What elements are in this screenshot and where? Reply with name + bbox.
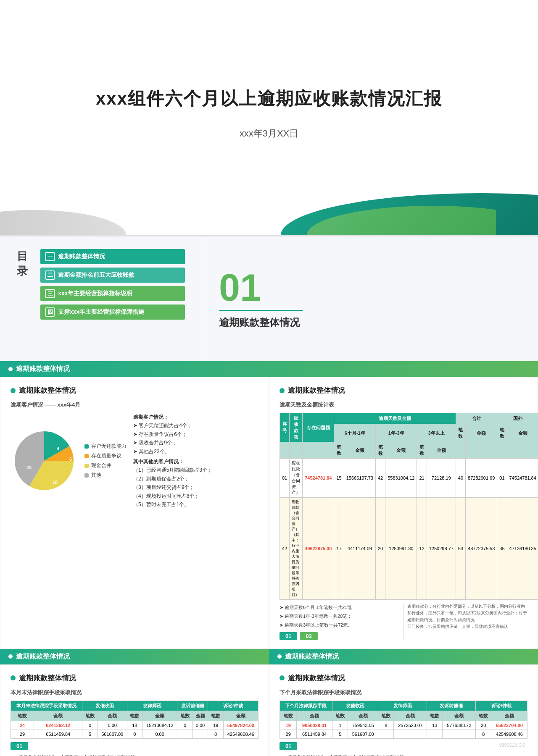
legend-dot-3 — [84, 464, 89, 468]
legend-item-2: 存在质量争议 — [84, 452, 127, 459]
toc-badge-1: 一 — [45, 252, 55, 261]
panel-dot-1 — [11, 388, 16, 393]
next-legal-row-2: 29 6511459.84 5 561607.00 8 42549608.46 — [280, 730, 527, 738]
legend-item-1: 客户无还款能力 — [84, 443, 127, 450]
section-label-left: 逾期账款整体情况 — [0, 649, 269, 664]
badge-row: 01 02 — [280, 632, 400, 640]
wave-decoration — [0, 185, 538, 235]
td-item-1: 应收账款（含合同资产） — [290, 459, 303, 498]
toc-items-list: 一 逾期账款整体情况 二 逾期金额排名前五大应收账款 三 xxx年主要经营预算指… — [40, 249, 185, 320]
table-of-contents: 目 录 一 逾期账款整体情况 二 逾期金额排名前五大应收账款 三 xxx年主要经… — [0, 236, 202, 361]
svg-text:18: 18 — [53, 480, 58, 485]
section-label-text: 逾期账款整体情况 — [16, 365, 70, 373]
panel-header-1: 逾期账款整体情况 — [11, 386, 258, 395]
main-title: xxx组件六个月以上逾期应收账款情况汇报 — [96, 87, 442, 110]
table-row-2: 42 应收账款（含合同资产）（其中：行业内重大项目质量问题等特殊原因项目) 49… — [280, 498, 538, 600]
toc-item-4[interactable]: 四 支撑xxx年主要经营指标保障措施 — [40, 304, 185, 320]
next-legal-row-1: 19 9850028.01 1 759543.05 8 2572523.07 1… — [280, 721, 527, 730]
legal-row-2: 29 6511459.84 5 561607.00 0 0.00 8 42549… — [11, 730, 258, 738]
th-overdue-periods: 逾期天数及金额 — [334, 413, 456, 424]
toc-left-block: 目 录 一 逾期账款整体情况 二 逾期金额排名前五大应收账款 三 xxx年主要经… — [17, 249, 185, 320]
section-number: 01 — [219, 269, 261, 307]
legend-dot-4 — [84, 473, 89, 478]
panel-title-4: 逾期账款整体情况 — [288, 673, 345, 683]
svg-text:4: 4 — [57, 446, 60, 451]
panel-stats-table: 逾期账款整体情况 逾期天数及金额统计表 序号 应收款项 存在问题额 逾期天数及金… — [269, 377, 538, 649]
badge-legal-01: 01 — [11, 742, 28, 750]
th-period1: 6个月-1年 — [334, 424, 375, 442]
panel-dot-4 — [280, 675, 285, 680]
panel-header-2: 逾期账款整体情况 — [280, 386, 527, 395]
badge-row-legal: 01 — [11, 742, 258, 750]
th-overseas-amount: 金额 — [507, 424, 538, 442]
th-item: 应收款项 — [290, 413, 303, 442]
legal-current-table: 本月末法律跟踪手段采取情况 发催收函 发律师函 发诉前催催 诉讼/仲裁 笔数 金… — [11, 701, 258, 739]
toc-label-3: xxx年主要经营预算指标说明 — [58, 290, 132, 297]
th-legal-header: 本月末法律跟踪手段采取情况 — [11, 701, 82, 711]
overdue-description: 逾期客户情况： ➤ 客户无偿还能力占4个； ➤ 存在质量争议占6个； ➤ 吸收合… — [133, 413, 212, 509]
content-row2: 逾期账款整体情况 本月末法律跟踪手段采取情况 本月末法律跟踪手段采取情况 发催收… — [0, 664, 538, 756]
badge-02: 02 — [300, 632, 317, 640]
panel-header-4: 逾期账款整体情况 — [280, 673, 527, 683]
summary-text: ➤ 逾期天数6个月-1年笔数一共21笔； ➤ 逾期天数1年-3年笔数一共20笔；… — [280, 603, 400, 630]
svg-text:6: 6 — [69, 457, 72, 462]
toc-item-3[interactable]: 三 xxx年主要经营预算指标说明 — [40, 286, 185, 301]
legal-next-notes: 普径业务部门催收，未采取四步走措施笔数有19笔和29笔。 下个月将来发催收函有1… — [280, 753, 527, 756]
badge-next-01: 01 — [280, 742, 297, 750]
toc-heading: 目 录 — [17, 249, 28, 278]
chart-area: 4 6 18 23 客户无还款能力 存在质量争议 现金合并 — [11, 413, 258, 509]
legal-current-notes: 普径业务部门催收，未采取四步走措施笔数有24笔和29笔。 截止本月末统计发催收函… — [11, 753, 258, 756]
svg-text:23: 23 — [26, 465, 32, 470]
panel-title-3: 逾期账款整体情况 — [19, 673, 76, 683]
panel-subtitle-3: 本月末法律跟踪手段采取情况 — [11, 689, 258, 696]
panel-subtitle-2: 逾期天数及金额统计表 — [280, 401, 527, 409]
toc-badge-3: 三 — [45, 289, 55, 298]
toc-label-1: 逾期账款整体情况 — [58, 253, 105, 260]
th-total-amount: 金额 — [466, 424, 497, 442]
th-overseas: 国外 — [497, 413, 538, 424]
legal-row-1: 24 8241362.12 0 0.00 18 15210684.12 0 0.… — [11, 721, 258, 730]
pie-chart: 4 6 18 23 — [11, 427, 78, 494]
badge-01: 01 — [280, 632, 297, 640]
table-row-1: 01 应收账款（含合同资产） 74524781.84 15 15666197.7… — [280, 459, 538, 498]
legend-dot-1 — [84, 444, 89, 449]
content-row1: 逾期账款整体情况 逾期客户情况 —— xxx年4月 4 6 18 — [0, 377, 538, 649]
section-title: 逾期账款整体情况 — [219, 316, 300, 329]
section-header-01: 01 逾期账款整体情况 — [202, 236, 538, 361]
th-total: 合计 — [456, 413, 497, 424]
panel-legal-next: 逾期账款整体情况 下个月采取法律跟踪手段采取情况 下个月法律跟踪手段 发催收函 … — [269, 664, 538, 756]
toc-item-2[interactable]: 二 逾期金额排名前五大应收账款 — [40, 268, 185, 283]
badge-row-next-legal: 01 — [280, 742, 527, 750]
panel-overdue-customers: 逾期账款整体情况 逾期客户情况 —— xxx年4月 4 6 18 — [0, 377, 269, 649]
summary-stats-area: ➤ 逾期天数6个月-1年笔数一共21笔； ➤ 逾期天数1年-3年笔数一共20笔；… — [280, 603, 527, 640]
legend-dot-2 — [84, 454, 89, 458]
toc-label-2: 逾期金额排名前五大应收账款 — [58, 271, 134, 279]
section-label-row1: 逾期账款整体情况 — [0, 361, 538, 377]
legend-item-4: 其他 — [84, 472, 127, 479]
section-label-dot — [8, 367, 13, 371]
toc-badge-2: 二 — [45, 270, 55, 280]
panel-legal-current: 逾期账款整体情况 本月末法律跟踪手段采取情况 本月末法律跟踪手段采取情况 发催收… — [0, 664, 269, 756]
section-divider — [219, 310, 303, 311]
report-date: xxx年3月XX日 — [240, 127, 299, 140]
panel-title-1: 逾期账款整体情况 — [19, 386, 76, 395]
pie-legend: 客户无还款能力 存在质量争议 现金合并 其他 — [84, 443, 127, 479]
th-overseas-count: 笔数 — [497, 424, 507, 442]
wave-gray — [0, 210, 168, 235]
section-label-right: 逾期账款整体情况 — [269, 649, 538, 664]
td-seq-1: 01 — [280, 459, 290, 498]
td-problem-1: 74524781.84 — [303, 459, 334, 498]
th-total-count: 笔数 — [456, 424, 465, 442]
legend-item-3: 现金合并 — [84, 462, 127, 469]
toc-label-4: 支撑xxx年主要经营指标保障措施 — [58, 308, 144, 316]
summary-right: 逾期账款分：分行业内外两部分；以从以下分析，国内分行业内和行业外，国外只有一笔，… — [404, 603, 528, 640]
th-period2: 1年-3年 — [375, 424, 417, 442]
toc-section-row: 目 录 一 逾期账款整体情况 二 逾期金额排名前五大应收账款 三 xxx年主要经… — [0, 235, 538, 361]
panel-subtitle-1: 逾期客户情况 —— xxx年4月 — [11, 401, 258, 409]
panel-title-2: 逾期账款整体情况 — [288, 386, 345, 395]
title-slide: xxx组件六个月以上逾期应收账款情况汇报 xxx年3月XX日 — [0, 0, 538, 235]
th-seq: 序号 — [280, 413, 290, 442]
toc-item-1[interactable]: 一 逾期账款整体情况 — [40, 249, 185, 264]
panel-dot-3 — [11, 675, 16, 680]
panel-header-3: 逾期账款整体情况 — [11, 673, 258, 683]
